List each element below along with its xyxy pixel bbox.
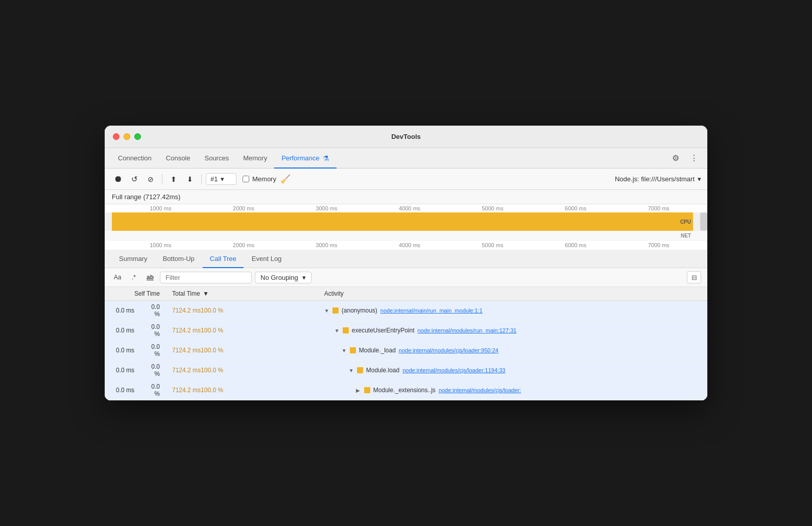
net-bar-container: NET xyxy=(105,231,707,240)
activity-name: Module._extensions..js xyxy=(373,387,436,394)
time-label-7: 7000 ms xyxy=(617,205,700,211)
time-labels-bottom: 1000 ms 2000 ms 3000 ms 4000 ms 5000 ms … xyxy=(105,240,707,250)
time-label-b7: 7000 ms xyxy=(617,242,700,248)
self-time-cell: 0.0 ms xyxy=(105,380,140,400)
clear-button[interactable]: ⊘ xyxy=(144,172,158,186)
total-time-cell: 7124.2 ms100.0 % xyxy=(166,301,318,321)
total-time-cell: 7124.2 ms100.0 % xyxy=(166,321,318,341)
activity-color-block xyxy=(364,387,370,393)
activity-name: executeUserEntryPoint xyxy=(352,327,415,334)
activity-color-block xyxy=(343,327,349,333)
sidebar-toggle-button[interactable]: ⊟ xyxy=(687,271,701,283)
cpu-bar xyxy=(112,212,693,231)
total-time-cell: 7124.2 ms100.0 % xyxy=(166,380,318,400)
scrollbar-right-top[interactable] xyxy=(700,212,707,231)
source-link[interactable]: node:internal/modules/cjs/loader:950:24 xyxy=(399,347,498,353)
more-button[interactable]: ⋮ xyxy=(687,151,701,165)
self-time-cell: 0.0 ms xyxy=(105,321,140,341)
ab-button[interactable]: ab xyxy=(144,271,157,283)
aa-button[interactable]: Aa xyxy=(111,271,124,283)
tab-console[interactable]: Console xyxy=(159,148,198,169)
expand-arrow[interactable]: ▼ xyxy=(349,368,354,373)
range-bar: Full range (7127.42ms) xyxy=(105,190,707,204)
time-labels-top: 1000 ms 2000 ms 3000 ms 4000 ms 5000 ms … xyxy=(105,204,707,212)
devtools-window: DevTools Connection Console Sources Memo… xyxy=(105,126,707,400)
total-time-cell: 7124.2 ms100.0 % xyxy=(166,341,318,361)
self-pct-cell: 0.0 % xyxy=(140,301,166,321)
titlebar: DevTools xyxy=(105,126,707,148)
time-label-5: 5000 ms xyxy=(451,205,534,211)
tab-bar: Connection Console Sources Memory Perfor… xyxy=(105,148,707,169)
subtab-bottom-up[interactable]: Bottom-Up xyxy=(156,250,202,268)
source-link[interactable]: node:internal/modules/cjs/loader: xyxy=(439,387,521,393)
window-title: DevTools xyxy=(391,133,421,140)
close-button[interactable] xyxy=(113,133,120,140)
expand-arrow[interactable]: ▼ xyxy=(324,308,329,314)
expand-arrow[interactable]: ▼ xyxy=(342,348,347,353)
settings-button[interactable]: ⚙ xyxy=(668,151,683,165)
source-link[interactable]: node:internal/modules/run_main:127:31 xyxy=(418,327,517,333)
col-total-time[interactable]: Total Time ▼ xyxy=(166,287,318,301)
activity-name: Module._load xyxy=(359,347,396,354)
data-table-container: Self Time Total Time ▼ Activity 0.0 ms0.… xyxy=(105,287,707,400)
expand-arrow[interactable]: ▶ xyxy=(356,388,361,393)
activity-name: (anonymous) xyxy=(342,307,377,314)
flask-icon: ⚗ xyxy=(323,154,329,162)
tab-connection[interactable]: Connection xyxy=(111,148,159,169)
call-tree-table: Self Time Total Time ▼ Activity 0.0 ms0.… xyxy=(105,287,707,400)
cleanup-button[interactable]: 🧹 xyxy=(280,174,291,184)
sort-arrow: ▼ xyxy=(203,290,209,297)
time-label-6: 6000 ms xyxy=(534,205,617,211)
time-label-b4: 4000 ms xyxy=(368,242,451,248)
self-time-cell: 0.0 ms xyxy=(105,301,140,321)
self-pct-cell: 0.0 % xyxy=(140,380,166,400)
activity-cell: ▼executeUserEntryPointnode:internal/modu… xyxy=(318,321,707,341)
tab-performance[interactable]: Performance ⚗ xyxy=(274,148,336,169)
reload-button[interactable]: ↺ xyxy=(127,172,141,186)
tab-icons: ⚙ ⋮ xyxy=(668,151,701,165)
activity-cell: ▼Module._loadnode:internal/modules/cjs/l… xyxy=(318,341,707,361)
node-selector[interactable]: Node.js: file:///Users/stmart ▾ xyxy=(615,175,701,183)
maximize-button[interactable] xyxy=(134,133,141,140)
time-label-b2: 2000 ms xyxy=(202,242,285,248)
grouping-selector[interactable]: No Grouping ▾ xyxy=(255,272,312,283)
divider-2 xyxy=(201,174,202,184)
sub-tabs: Summary Bottom-Up Call Tree Event Log xyxy=(105,250,707,268)
activity-color-block xyxy=(350,347,356,353)
minimize-button[interactable] xyxy=(124,133,130,140)
time-label-4: 4000 ms xyxy=(368,205,451,211)
cpu-bar-container[interactable]: CPU xyxy=(105,212,707,231)
filter-bar: Aa .* ab No Grouping ▾ ⊟ xyxy=(105,268,707,287)
self-pct-cell: 0.0 % xyxy=(140,361,166,380)
activity-cell: ▼(anonymous)node:internal/main/run_main_… xyxy=(318,301,707,321)
profile-selector[interactable]: #1 ▾ xyxy=(206,173,236,185)
record-button[interactable]: ⏺ xyxy=(111,172,125,186)
activity-cell: ▼Module.loadnode:internal/modules/cjs/lo… xyxy=(318,361,707,380)
activity-color-block xyxy=(332,307,339,314)
toolbar: ⏺ ↺ ⊘ ⬆ ⬇ #1 ▾ Memory 🧹 Node.js: file://… xyxy=(105,169,707,190)
upload-button[interactable]: ⬆ xyxy=(166,172,181,186)
filter-input[interactable] xyxy=(160,272,252,283)
source-link[interactable]: node:internal/main/run_main_module:1:1 xyxy=(380,307,483,314)
net-label: NET xyxy=(681,233,691,238)
subtab-call-tree[interactable]: Call Tree xyxy=(203,250,244,268)
regex-button[interactable]: .* xyxy=(127,271,140,283)
download-button[interactable]: ⬇ xyxy=(183,172,197,186)
time-label-b1: 1000 ms xyxy=(119,242,202,248)
total-time-cell: 7124.2 ms100.0 % xyxy=(166,361,318,380)
expand-arrow[interactable]: ▼ xyxy=(335,328,340,333)
memory-checkbox[interactable]: Memory xyxy=(243,175,276,183)
divider-1 xyxy=(162,174,162,184)
subtab-summary[interactable]: Summary xyxy=(112,250,155,268)
cpu-label: CPU xyxy=(680,219,691,225)
source-link[interactable]: node:internal/modules/cjs/loader:1194:33 xyxy=(402,367,505,373)
tab-sources[interactable]: Sources xyxy=(197,148,236,169)
traffic-lights xyxy=(113,133,141,140)
memory-toggle[interactable] xyxy=(243,176,249,182)
time-label-b5: 5000 ms xyxy=(451,242,534,248)
subtab-event-log[interactable]: Event Log xyxy=(245,250,289,268)
time-label-1: 1000 ms xyxy=(119,205,202,211)
tab-memory[interactable]: Memory xyxy=(236,148,274,169)
activity-cell: ▶Module._extensions..jsnode:internal/mod… xyxy=(318,380,707,400)
activity-name: Module.load xyxy=(366,367,399,374)
